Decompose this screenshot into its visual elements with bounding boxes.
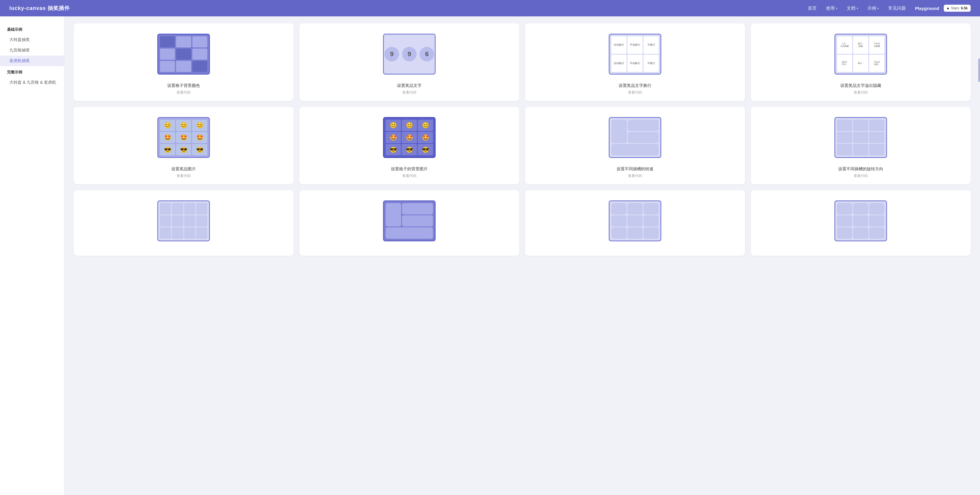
bottom-cell xyxy=(160,215,171,227)
card-link[interactable]: 查看代码 xyxy=(402,90,416,95)
card-title: 设置格子背景颜色 xyxy=(167,83,200,88)
numbers-preview: 9 9 6 xyxy=(383,34,436,75)
bottom-cell xyxy=(402,203,433,214)
number-6: 6 xyxy=(420,47,434,61)
bottom-cell xyxy=(184,215,195,227)
bottom-cell xyxy=(627,203,643,214)
stars-label: Stars xyxy=(951,6,959,10)
nav-examples[interactable]: 示例▾ xyxy=(867,6,879,11)
overflow-cell: 1 日...以内隐藏 xyxy=(837,36,852,54)
card-title: 设置格子的背景图片 xyxy=(391,166,428,172)
card-bottom-2[interactable] xyxy=(299,190,519,256)
bottom-cell xyxy=(643,203,659,214)
overflow-cell: 超出... xyxy=(853,55,868,72)
bottom-cell xyxy=(172,203,183,214)
text-cell: 自动换行 xyxy=(611,55,627,72)
nav-usage[interactable]: 使用▾ xyxy=(826,6,837,11)
bottom-cell xyxy=(643,215,659,227)
bottom-cell xyxy=(184,203,195,214)
card-link[interactable]: 查看代码 xyxy=(177,174,191,179)
nav-playground[interactable]: Playground xyxy=(915,6,939,11)
logo: lucky-canvas 抽奖插件 xyxy=(10,5,70,12)
bottom-cell-wide xyxy=(386,227,433,239)
bottom-cell xyxy=(196,203,207,214)
scrollbar-thumb[interactable] xyxy=(978,59,980,82)
card-prize-text[interactable]: 9 9 6 设置奖品文字 查看代码 xyxy=(299,23,519,101)
bottom-cell xyxy=(837,227,852,239)
number-9-2: 9 xyxy=(402,47,417,61)
direction-cell xyxy=(869,132,885,143)
card-direction[interactable]: 设置不同插槽的旋转方向 查看代码 xyxy=(751,107,970,184)
card-link[interactable]: 查看代码 xyxy=(854,90,868,95)
overflow-cell: 超出2行自... xyxy=(837,55,852,72)
emoji-cell: 😊 xyxy=(176,120,191,131)
bottom-preview-1 xyxy=(157,200,210,241)
card-link[interactable]: 查看代码 xyxy=(402,174,416,179)
text-cell: 不换行 xyxy=(643,36,659,54)
card-bottom-1[interactable] xyxy=(74,190,294,256)
bottom-cell xyxy=(837,215,852,227)
speed-cell xyxy=(628,132,659,143)
card-title: 设置奖品文字换行 xyxy=(619,83,651,88)
sidebar-item-wheel[interactable]: 大转盘抽奖 xyxy=(0,35,64,45)
card-preview-bottom-4 xyxy=(757,196,965,246)
slot-cell xyxy=(176,49,191,60)
card-preview-text-overflow: 1 日...以内隐藏 超出...隐藏 不会自动隐藏 超出2行自... 超出...… xyxy=(757,29,965,79)
slot-cell xyxy=(160,36,175,47)
nav-faq[interactable]: 常见问题 xyxy=(888,6,906,11)
bottom-cell xyxy=(643,227,659,239)
emoji-cell: 🤩 xyxy=(192,132,207,143)
card-link[interactable]: 查看代码 xyxy=(854,174,868,179)
bottom-cell xyxy=(627,215,643,227)
emoji-cell: 😎 xyxy=(192,144,207,155)
bottom-cell xyxy=(160,203,171,214)
emoji-cell: 😊 xyxy=(160,120,175,131)
card-preview-bottom-1 xyxy=(80,196,288,246)
text-cell: 自动换行 xyxy=(611,36,627,54)
direction-cell xyxy=(853,120,868,131)
nav-docs[interactable]: 文档▾ xyxy=(847,6,858,11)
sidebar-item-all[interactable]: 大转盘 & 九宫格 & 老虎机 xyxy=(0,77,64,88)
overflow-preview: 1 日...以内隐藏 超出...隐藏 不会自动隐藏 超出2行自... 超出...… xyxy=(834,34,887,75)
sidebar-item-slots[interactable]: 老虎机抽奖 xyxy=(0,56,64,66)
direction-cell xyxy=(853,132,868,143)
card-preview-bg-img: 😊 😊 😊 🤩 🤩 🤩 😎 😎 😎 xyxy=(305,113,513,162)
card-link[interactable]: 查看代码 xyxy=(628,90,642,95)
speed-preview xyxy=(609,117,661,158)
card-title: 设置奖品文字 xyxy=(397,83,422,88)
emoji-cell: 🤩 xyxy=(160,132,175,143)
card-preview-text-wrap: 自动换行 手动换行 不换行 自动换行 手动换行 不换行 xyxy=(531,29,739,79)
bottom-cell xyxy=(196,227,207,239)
card-preview-bottom-2 xyxy=(305,196,513,246)
card-bg-color[interactable]: 设置格子背景颜色 查看代码 xyxy=(74,23,294,101)
github-stars-badge[interactable]: ● Stars 6.5k xyxy=(944,5,970,12)
sidebar: 基础示例 大转盘抽奖 九宫格抽奖 老虎机抽奖 完整示例 大转盘 & 九宫格 & … xyxy=(0,16,64,495)
card-link[interactable]: 查看代码 xyxy=(177,90,191,95)
card-bg-img[interactable]: 😊 😊 😊 🤩 🤩 🤩 😎 😎 😎 设置格子的背景图片 查看代码 xyxy=(299,107,519,184)
card-prize-img[interactable]: 😊 😊 😊 🤩 🤩 🤩 😎 😎 😎 设置奖品图片 查看代码 xyxy=(74,107,294,184)
emoji-cell: 🤩 xyxy=(176,132,191,143)
bottom-cell xyxy=(869,227,885,239)
card-bottom-4[interactable] xyxy=(751,190,970,256)
card-preview-speed xyxy=(531,113,739,162)
bottom-cell xyxy=(869,203,885,214)
card-speed[interactable]: 设置不同插槽的转速 查看代码 xyxy=(525,107,745,184)
card-bottom-3[interactable] xyxy=(525,190,745,256)
slot-cell xyxy=(192,61,207,72)
card-text-wrap[interactable]: 自动换行 手动换行 不换行 自动换行 手动换行 不换行 设置奖品文字换行 查看代… xyxy=(525,23,745,101)
direction-cell xyxy=(853,144,868,155)
card-title: 设置奖品文字溢出隐藏 xyxy=(840,83,881,88)
bottom-cell xyxy=(160,227,171,239)
bottom-cell xyxy=(611,227,627,239)
emoji-cell: 😎 xyxy=(176,144,191,155)
emoji-preview: 😊 😊 😊 🤩 🤩 🤩 😎 😎 😎 xyxy=(157,117,210,158)
card-preview-bottom-3 xyxy=(531,196,739,246)
card-link[interactable]: 查看代码 xyxy=(628,174,642,179)
text-cell: 不换行 xyxy=(643,55,659,72)
bottom-cell xyxy=(184,227,195,239)
card-text-overflow[interactable]: 1 日...以内隐藏 超出...隐藏 不会自动隐藏 超出2行自... 超出...… xyxy=(751,23,970,101)
sidebar-item-grid[interactable]: 九宫格抽奖 xyxy=(0,45,64,56)
emoji-cell: 😎 xyxy=(160,144,175,155)
page-layout: 基础示例 大转盘抽奖 九宫格抽奖 老虎机抽奖 完整示例 大转盘 & 九宫格 & … xyxy=(0,16,980,495)
nav-home[interactable]: 首页 xyxy=(808,6,816,11)
